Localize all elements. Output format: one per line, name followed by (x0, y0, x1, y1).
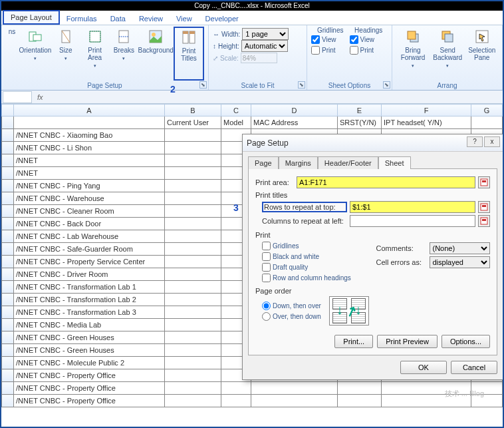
cell[interactable]: /NNET CNBC - Property Service Center (14, 256, 165, 268)
cell[interactable] (221, 382, 251, 395)
cell[interactable]: /NNET CNBC - Property Office (14, 395, 165, 407)
cell[interactable] (338, 382, 382, 395)
cell[interactable]: /NNET CNBC - Warehouse (14, 192, 165, 205)
col-header[interactable]: A (14, 105, 165, 116)
fx-label[interactable]: fx (33, 93, 47, 101)
table-row[interactable]: /NNET CNBC - Property Office (2, 382, 503, 395)
tab-review[interactable]: Review (132, 13, 170, 25)
options-button[interactable]: Options... (441, 335, 490, 348)
tab-data[interactable]: Data (104, 13, 132, 25)
headings-print-checkbox[interactable]: Print (350, 45, 388, 55)
cell[interactable]: /NNET CNBC - Transformation Lab 2 (14, 294, 165, 306)
cell[interactable] (165, 256, 221, 268)
cell[interactable]: Current User (165, 116, 221, 129)
cell[interactable]: MAC Address (251, 116, 338, 129)
print-button[interactable]: Print... (334, 335, 373, 348)
cell[interactable]: /NNET CNBC - Ping Yang (14, 180, 165, 192)
dialog-help-button[interactable]: ? (467, 136, 483, 147)
cell[interactable] (221, 395, 251, 407)
selection-pane-button[interactable]: Selection Pane (465, 27, 498, 81)
cell[interactable] (165, 154, 221, 167)
cancel-button[interactable]: Cancel (451, 361, 497, 374)
print-preview-button[interactable]: Print Preview (377, 335, 438, 348)
col-header[interactable]: D (251, 105, 338, 116)
cell[interactable] (165, 395, 221, 407)
over-down-radio[interactable]: Over, then down (262, 311, 321, 321)
collapse-dialog-icon[interactable] (478, 215, 490, 227)
cell[interactable]: /NNET CNBC - Xiaoming Bao (14, 129, 165, 142)
gridlines-print-checkbox[interactable]: Print (311, 45, 350, 55)
page-setup-launcher[interactable]: ⬊ (199, 81, 207, 89)
cell[interactable]: /NNET CNBC - Lab Warehouse (14, 230, 165, 243)
cell[interactable] (382, 395, 471, 407)
cell[interactable] (165, 205, 221, 218)
print-titles-button[interactable]: Print Titles (174, 27, 204, 81)
print-bw-checkbox[interactable]: Black and white (262, 251, 376, 262)
cell[interactable]: /NNET (14, 154, 165, 167)
cell[interactable] (471, 395, 503, 407)
dialog-tab-margins[interactable]: Margins (279, 156, 318, 169)
cell[interactable] (165, 129, 221, 142)
cell[interactable]: /NNET CNBC - Li Shon (14, 142, 165, 154)
cell[interactable] (165, 142, 221, 154)
print-area-button[interactable]: Print Area▾ (80, 27, 110, 81)
tab-formulas[interactable]: Formulas (60, 13, 104, 25)
scale-launcher[interactable]: ⬊ (298, 81, 305, 89)
name-box[interactable] (3, 91, 32, 103)
cell[interactable] (165, 319, 221, 331)
headings-view-checkbox[interactable]: View (350, 34, 388, 45)
col-header[interactable]: F (382, 105, 471, 116)
down-over-radio[interactable]: Down, then over (262, 300, 321, 311)
tab-view[interactable]: View (170, 13, 199, 25)
rows-repeat-input[interactable] (350, 201, 475, 213)
cols-repeat-input[interactable] (350, 215, 475, 227)
cell[interactable]: /NNET CNBC - Transformation Lab 3 (14, 306, 165, 319)
cell[interactable] (165, 180, 221, 192)
comments-select[interactable]: (None) (430, 242, 491, 254)
cell[interactable] (165, 344, 221, 357)
cell[interactable]: /NNET CNBC - Cleaner Room (14, 205, 165, 218)
cell[interactable] (14, 116, 165, 129)
cell[interactable]: /NNET (14, 167, 165, 180)
cell[interactable]: /NNET CNBC - Property Office (14, 382, 165, 395)
bring-forward-button[interactable]: Bring Forward ▾ (396, 27, 430, 81)
cell[interactable]: /NNET CNBC - Media Lab (14, 319, 165, 331)
breaks-button[interactable]: Breaks▾ (110, 27, 138, 81)
cell[interactable] (165, 357, 221, 369)
cell[interactable] (165, 268, 221, 281)
dialog-tab-header-footer[interactable]: Header/Footer (318, 156, 378, 169)
dialog-title-bar[interactable]: Page Setup ? x (243, 134, 503, 152)
cell[interactable] (165, 281, 221, 294)
cell[interactable] (382, 382, 471, 395)
cell[interactable] (165, 306, 221, 319)
gridlines-view-checkbox[interactable]: View (311, 34, 350, 45)
ok-button[interactable]: OK (400, 361, 447, 374)
width-select[interactable]: 1 page (242, 28, 289, 40)
cell[interactable] (165, 331, 221, 344)
cell[interactable] (471, 116, 503, 129)
orientation-button[interactable]: Orientation▾ (19, 27, 52, 81)
print-gridlines-checkbox[interactable]: Gridlines (262, 240, 376, 251)
table-row[interactable]: /NNET CNBC - Property Office (2, 395, 503, 407)
cell[interactable] (165, 294, 221, 306)
cell[interactable] (165, 243, 221, 256)
errors-select[interactable]: displayed (430, 256, 491, 268)
tab-page-layout[interactable]: Page Layout (3, 10, 60, 25)
background-button[interactable]: Background (138, 27, 174, 81)
cell[interactable]: IPT headset( Y/N) (382, 116, 471, 129)
cell[interactable]: /NNET CNBC - Green Houses (14, 344, 165, 357)
print-rowcol-checkbox[interactable]: Row and column headings (262, 272, 376, 283)
cell[interactable] (251, 382, 338, 395)
col-header[interactable]: G (471, 105, 503, 116)
cell[interactable]: /NNET CNBC - Back Door (14, 218, 165, 230)
table-row[interactable]: Current User Model MAC Address SRST(Y/N)… (2, 116, 503, 129)
cell[interactable] (165, 382, 221, 395)
collapse-dialog-icon[interactable] (478, 201, 490, 213)
cell[interactable] (165, 218, 221, 230)
column-headers[interactable]: A B C D E F G (2, 105, 503, 116)
cell[interactable] (165, 167, 221, 180)
dialog-tab-sheet[interactable]: Sheet (378, 156, 411, 169)
dialog-close-button[interactable]: x (484, 136, 500, 147)
cell[interactable]: /NNET CNBC - Transformation Lab 1 (14, 281, 165, 294)
cell[interactable] (165, 369, 221, 382)
